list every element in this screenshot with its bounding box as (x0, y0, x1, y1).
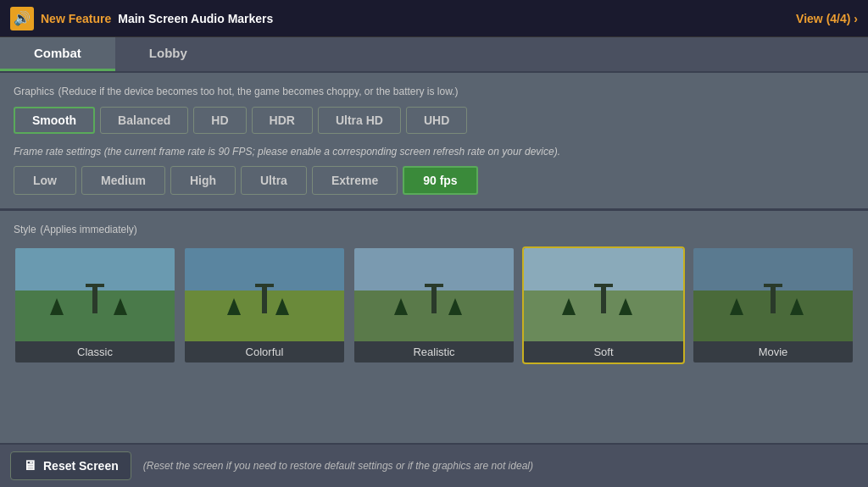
new-feature-label: New Feature (41, 12, 111, 25)
style-img-movie (693, 248, 853, 341)
fps-buttons: Low Medium High Ultra Extreme 90 fps (14, 166, 854, 195)
tower-movie (771, 284, 776, 313)
style-img-realistic (354, 248, 514, 341)
bottom-bar: 🖥 Reset Screen (Reset the screen if you … (0, 443, 868, 487)
banner-left: 🔊 New Feature Main Screen Audio Markers (10, 7, 273, 30)
style-img-soft (524, 248, 683, 341)
fps-high[interactable]: High (170, 166, 236, 195)
tower-colorful (262, 284, 267, 313)
style-cards: Classic Colorful Rea (14, 246, 854, 364)
fps-ultra[interactable]: Ultra (241, 166, 307, 195)
style-title: Style (Applies immediately) (14, 221, 854, 236)
fps-low[interactable]: Low (14, 166, 76, 195)
quality-hdr[interactable]: HDR (252, 107, 313, 134)
top-banner: 🔊 New Feature Main Screen Audio Markers … (0, 0, 868, 37)
sections: Graphics (Reduce if the device becomes t… (0, 73, 868, 443)
style-label-classic: Classic (15, 341, 175, 362)
style-card-colorful[interactable]: Colorful (183, 246, 346, 364)
fps-description: Frame rate settings (the current frame r… (14, 146, 854, 158)
tower-classic (92, 284, 97, 313)
style-card-realistic[interactable]: Realistic (353, 246, 515, 364)
style-label-soft: Soft (524, 341, 683, 362)
style-card-movie[interactable]: Movie (692, 246, 854, 364)
style-img-classic (15, 248, 175, 341)
quality-uhd[interactable]: UHD (406, 107, 467, 134)
monitor-icon: 🖥 (23, 458, 36, 473)
fps-90[interactable]: 90 fps (403, 166, 477, 195)
style-img-colorful (185, 248, 344, 341)
style-label-colorful: Colorful (185, 341, 344, 362)
fps-medium[interactable]: Medium (81, 166, 165, 195)
main-content: Combat Lobby Graphics (Reduce if the dev… (0, 37, 868, 487)
style-label-movie: Movie (693, 341, 853, 362)
fps-extreme[interactable]: Extreme (312, 166, 398, 195)
reset-label: Reset Screen (43, 459, 119, 473)
style-card-classic[interactable]: Classic (14, 246, 176, 364)
quality-smooth[interactable]: Smooth (14, 107, 95, 134)
tabs-row: Combat Lobby (0, 37, 868, 73)
banner-title: Main Screen Audio Markers (118, 12, 273, 25)
tab-combat[interactable]: Combat (0, 37, 115, 71)
tower-soft (601, 284, 606, 313)
quality-buttons: Smooth Balanced HD HDR Ultra HD UHD (14, 107, 854, 134)
quality-balanced[interactable]: Balanced (100, 107, 188, 134)
style-section: Style (Applies immediately) Classic (0, 211, 868, 378)
tower-realistic (431, 284, 437, 313)
style-label-realistic: Realistic (354, 341, 514, 362)
graphics-section: Graphics (Reduce if the device becomes t… (0, 73, 868, 211)
style-card-soft[interactable]: Soft (522, 246, 685, 364)
tab-lobby[interactable]: Lobby (115, 37, 221, 71)
reset-description: (Reset the screen if you need to restore… (143, 460, 533, 472)
quality-hd[interactable]: HD (193, 107, 246, 134)
reset-screen-button[interactable]: 🖥 Reset Screen (10, 451, 131, 480)
quality-ultrahd[interactable]: Ultra HD (318, 107, 401, 134)
speaker-icon: 🔊 (10, 7, 34, 30)
view-label[interactable]: View (4/4) › (796, 12, 858, 25)
graphics-title: Graphics (Reduce if the device becomes t… (14, 83, 854, 98)
